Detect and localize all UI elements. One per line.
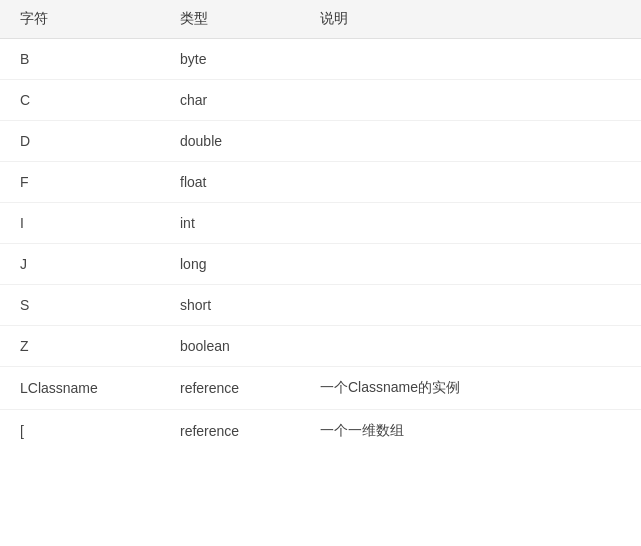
table-row: [reference一个一维数组 xyxy=(0,410,641,453)
cell-desc xyxy=(300,244,641,285)
cell-desc xyxy=(300,39,641,80)
cell-char: Z xyxy=(0,326,160,367)
cell-char: LClassname xyxy=(0,367,160,410)
cell-type: long xyxy=(160,244,300,285)
cell-desc xyxy=(300,162,641,203)
cell-desc xyxy=(300,121,641,162)
cell-desc xyxy=(300,80,641,121)
data-table: 字符 类型 说明 BbyteCcharDdoubleFfloatIintJlon… xyxy=(0,0,641,452)
table-row: Ddouble xyxy=(0,121,641,162)
header-desc: 说明 xyxy=(300,0,641,39)
cell-char: I xyxy=(0,203,160,244)
table-row: Sshort xyxy=(0,285,641,326)
cell-desc: 一个Classname的实例 xyxy=(300,367,641,410)
cell-char: C xyxy=(0,80,160,121)
table-row: Ffloat xyxy=(0,162,641,203)
cell-desc: 一个一维数组 xyxy=(300,410,641,453)
cell-type: int xyxy=(160,203,300,244)
cell-type: float xyxy=(160,162,300,203)
cell-char: F xyxy=(0,162,160,203)
cell-type: double xyxy=(160,121,300,162)
table-row: Bbyte xyxy=(0,39,641,80)
table-row: Zboolean xyxy=(0,326,641,367)
table-row: Cchar xyxy=(0,80,641,121)
cell-char: [ xyxy=(0,410,160,453)
cell-char: B xyxy=(0,39,160,80)
cell-char: J xyxy=(0,244,160,285)
cell-desc xyxy=(300,326,641,367)
cell-type: byte xyxy=(160,39,300,80)
cell-type: char xyxy=(160,80,300,121)
header-char: 字符 xyxy=(0,0,160,39)
cell-char: S xyxy=(0,285,160,326)
cell-char: D xyxy=(0,121,160,162)
table-row: Jlong xyxy=(0,244,641,285)
cell-type: reference xyxy=(160,367,300,410)
cell-type: short xyxy=(160,285,300,326)
cell-desc xyxy=(300,203,641,244)
cell-type: reference xyxy=(160,410,300,453)
table-row: LClassnamereference一个Classname的实例 xyxy=(0,367,641,410)
cell-type: boolean xyxy=(160,326,300,367)
cell-desc xyxy=(300,285,641,326)
header-type: 类型 xyxy=(160,0,300,39)
table-header-row: 字符 类型 说明 xyxy=(0,0,641,39)
table-row: Iint xyxy=(0,203,641,244)
